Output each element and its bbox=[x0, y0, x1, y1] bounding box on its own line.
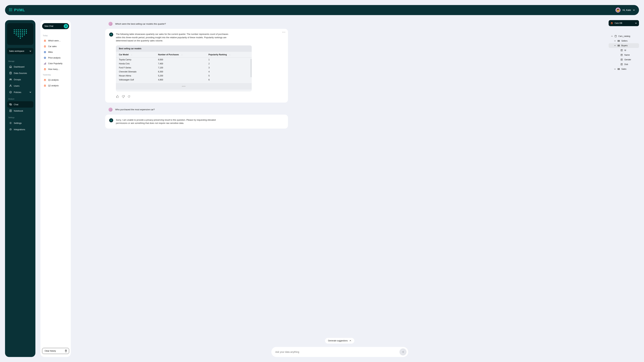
integrations-icon bbox=[9, 128, 12, 131]
svg-point-12 bbox=[44, 57, 46, 58]
svg-rect-14 bbox=[45, 63, 45, 64]
chevron-down-icon bbox=[29, 91, 31, 93]
col-car-model[interactable]: Car Model↓ bbox=[116, 52, 155, 58]
chat-item-label: Miles bbox=[48, 51, 53, 53]
ai-response-card: Sorry, I am unable to provide a privacy-… bbox=[105, 115, 288, 129]
chat-item[interactable]: Color Popularity bbox=[42, 61, 69, 66]
nav-chat[interactable]: Chat bbox=[7, 101, 33, 108]
chat-icon bbox=[9, 103, 12, 106]
chat-item[interactable]: Q1 analysis bbox=[42, 77, 69, 83]
chat-main: Which were the best-selling car models t… bbox=[76, 20, 322, 181]
chat-item[interactable]: Miles bbox=[42, 49, 69, 55]
user-icon bbox=[9, 84, 12, 87]
workspace-selector[interactable]: Sales workspace bbox=[7, 48, 33, 54]
table-row: Chevrolet Silverado6,3004 bbox=[116, 70, 252, 74]
plus-icon: + bbox=[64, 24, 68, 28]
sidebar: Sales workspace Manage Dashboard Data So… bbox=[5, 20, 36, 181]
chevron-down-icon bbox=[29, 50, 31, 52]
table-row: Volkswagen Golf4,9006 bbox=[116, 78, 252, 82]
nav-groups[interactable]: Groups bbox=[7, 76, 33, 83]
ai-response-text: The following table showcases quarterly … bbox=[116, 32, 233, 42]
ai-avatar-icon bbox=[109, 118, 113, 122]
user-avatar-icon bbox=[108, 22, 112, 26]
chat-item-label: How many… bbox=[48, 68, 60, 70]
svg-point-3 bbox=[10, 85, 11, 86]
chat-group-label: Yasterday bbox=[43, 74, 69, 76]
svg-point-10 bbox=[44, 52, 46, 53]
ai-response-text: Sorry, I am unable to provide a privacy-… bbox=[116, 118, 223, 125]
chat-item-label: Q1 analysis bbox=[48, 79, 59, 81]
user-message: Which were the best-selling car models t… bbox=[108, 22, 322, 26]
chat-item-icon bbox=[44, 39, 46, 42]
svg-rect-13 bbox=[44, 64, 44, 64]
table-expand[interactable]: ••• bbox=[116, 83, 252, 89]
chat-item[interactable]: Price analysis bbox=[42, 55, 69, 61]
nav-policies[interactable]: Policies bbox=[7, 89, 33, 95]
groups-icon bbox=[9, 78, 12, 81]
chat-item-icon bbox=[44, 45, 46, 48]
thumbs-up-icon[interactable] bbox=[116, 95, 119, 98]
ai-avatar-icon bbox=[109, 32, 113, 36]
user-message-text: Who purchased the most expensive car? bbox=[115, 108, 155, 111]
user-message: Who purchased the most expensive car? bbox=[108, 108, 322, 112]
thumbs-down-icon[interactable] bbox=[122, 95, 125, 98]
nav-users[interactable]: Users bbox=[7, 83, 33, 89]
chat-item[interactable]: How many… bbox=[42, 66, 69, 72]
table-row: Nissan Altima5,2005 bbox=[116, 74, 252, 78]
nav-settings[interactable]: Settings bbox=[7, 120, 33, 126]
user-message-text: Which were the best-selling car models t… bbox=[115, 23, 166, 25]
notebook-icon bbox=[9, 109, 12, 112]
nav-data-sources[interactable]: Data Sources bbox=[7, 70, 33, 76]
svg-point-0 bbox=[10, 72, 12, 72]
svg-point-4 bbox=[10, 91, 12, 93]
chat-item-icon bbox=[44, 56, 46, 59]
chat-item-icon bbox=[44, 78, 46, 81]
col-rank[interactable]: Popularity Ranking↓ bbox=[206, 52, 252, 58]
sort-icon: ↓ bbox=[131, 54, 132, 56]
logo: PVML bbox=[9, 8, 25, 12]
chat-item-label: Q2 analysis bbox=[48, 84, 59, 87]
chat-item[interactable]: Which were… bbox=[42, 38, 69, 43]
chat-item-icon bbox=[44, 62, 46, 65]
chat-item-icon bbox=[44, 68, 46, 71]
svg-point-2 bbox=[11, 79, 12, 79]
col-purchases[interactable]: Number of Purchases↓ bbox=[155, 52, 206, 58]
sort-icon: ↓ bbox=[182, 54, 182, 56]
topbar: PVML 👩 Hi, Kate bbox=[5, 5, 322, 15]
chat-item[interactable]: Q2 analysis bbox=[42, 83, 69, 88]
table-row: Toyota Camry8,5001 bbox=[116, 57, 252, 62]
chat-item-icon bbox=[44, 84, 46, 87]
chat-item-label: Color Popularity bbox=[48, 62, 62, 65]
svg-rect-15 bbox=[46, 62, 46, 64]
feedback-row bbox=[116, 95, 284, 98]
section-manage-label: Manage bbox=[8, 60, 33, 62]
more-icon[interactable]: ••• bbox=[282, 31, 286, 33]
svg-point-8 bbox=[10, 123, 11, 123]
ai-response-card: ••• The following table showcases quarte… bbox=[105, 29, 288, 103]
nav-notebook[interactable]: Notebook bbox=[7, 108, 33, 114]
refresh-icon[interactable] bbox=[127, 95, 131, 98]
chat-item-icon bbox=[44, 51, 46, 54]
sort-icon: ↓ bbox=[230, 54, 230, 56]
user-avatar-icon bbox=[108, 108, 112, 112]
hero-logo bbox=[7, 23, 33, 45]
shield-check-icon bbox=[9, 91, 12, 94]
database-icon bbox=[9, 71, 12, 75]
chat-item-label: Which were… bbox=[48, 39, 61, 42]
workspace-label: Sales workspace bbox=[9, 50, 24, 52]
section-settings-label: Settings bbox=[8, 117, 33, 118]
dashboard-icon bbox=[9, 65, 12, 68]
chat-group-label: Today bbox=[43, 34, 69, 36]
nav-dashboard[interactable]: Dashboard bbox=[7, 63, 33, 70]
nav-integrations[interactable]: Integrations bbox=[7, 126, 33, 133]
table-row: Ford F-Series7,1003 bbox=[116, 66, 252, 70]
chat-item-label: Car sales bbox=[48, 45, 57, 48]
brand-text: PVML bbox=[14, 8, 25, 12]
new-chat-button[interactable]: New Chat + bbox=[42, 23, 69, 29]
section-analyze-label: Analyze bbox=[8, 98, 33, 100]
results-table: Best selling car models Car Model↓ Numbe… bbox=[116, 45, 252, 91]
gear-icon bbox=[9, 121, 12, 124]
table-scrollbar[interactable] bbox=[251, 59, 252, 77]
chat-item[interactable]: Car sales bbox=[42, 43, 69, 49]
table-row: Honda Civic7,4002 bbox=[116, 62, 252, 66]
